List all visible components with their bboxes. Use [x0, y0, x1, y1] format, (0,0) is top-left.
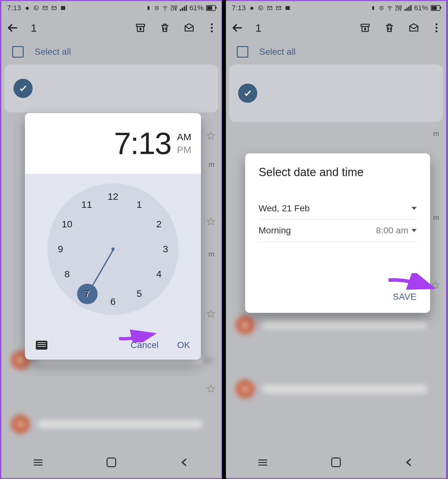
cancel-button[interactable]: Cancel: [131, 340, 158, 350]
clock-3[interactable]: 3: [158, 241, 173, 257]
clock-11[interactable]: 11: [79, 197, 94, 212]
clock-1[interactable]: 1: [132, 197, 147, 212]
system-nav-bar: [226, 451, 446, 474]
star-icon: [431, 280, 440, 290]
image-icon: [285, 5, 291, 11]
star-icon: [206, 131, 216, 141]
clock-8[interactable]: 8: [60, 266, 75, 282]
home-button[interactable]: [106, 457, 117, 468]
clock-7[interactable]: 7: [79, 286, 94, 301]
am-toggle[interactable]: AM: [177, 132, 191, 142]
time-value: 8:00 am: [376, 225, 408, 236]
nav-back-button[interactable]: [179, 457, 190, 468]
blurred-row: [1, 383, 221, 402]
whatsapp-icon: [33, 5, 39, 11]
mark-read-icon[interactable]: [184, 22, 195, 33]
alarm-icon: [154, 5, 160, 11]
back-arrow-icon[interactable]: [7, 22, 19, 34]
svg-point-0: [34, 6, 38, 10]
volte-indicator: Vo))LTE: [171, 5, 177, 11]
email-row-n[interactable]: N: [226, 367, 446, 411]
home-button[interactable]: [330, 457, 342, 468]
time-slot: Morning: [259, 225, 291, 236]
gmail-m-icon-2: [276, 5, 282, 11]
signal-icon: [404, 5, 412, 11]
status-time: 7:13: [7, 4, 21, 12]
select-all-label: Select all: [35, 47, 71, 57]
notification-bubble-icon: ●: [249, 5, 255, 11]
time-picker-dialog: 7:13 AM PM 7 12 1 2 3 4 5 6: [25, 113, 201, 360]
selected-email-row[interactable]: [4, 64, 218, 112]
date-value: Wed, 21 Feb: [259, 203, 310, 214]
selected-check-avatar: [13, 79, 33, 98]
selection-toolbar: 1: [226, 15, 446, 41]
mark-read-icon[interactable]: [408, 22, 419, 33]
save-button[interactable]: SAVE: [393, 292, 417, 302]
status-bar: 7:13 ● Vo))LTE 61%: [1, 1, 221, 15]
clock-12[interactable]: 12: [105, 189, 121, 204]
gmail-m-icon: [42, 5, 48, 11]
alarm-icon: [379, 5, 384, 11]
battery-percent: 61%: [189, 4, 204, 12]
star-icon: [206, 384, 216, 394]
ok-button[interactable]: OK: [177, 340, 190, 350]
trash-icon[interactable]: [159, 22, 170, 33]
clock-face[interactable]: 7 12 1 2 3 4 5 6 7 8 9 10 11: [47, 183, 179, 315]
email-row-n[interactable]: N: [1, 402, 221, 447]
selected-email-row[interactable]: [229, 64, 443, 122]
select-all-checkbox[interactable]: [12, 46, 24, 58]
back-arrow-icon[interactable]: [232, 22, 244, 34]
avatar-n: N: [236, 379, 255, 399]
whatsapp-icon: [258, 5, 264, 11]
svg-rect-5: [136, 24, 145, 27]
minute-value[interactable]: 13: [138, 126, 171, 161]
more-menu-icon[interactable]: [433, 23, 440, 32]
date-row[interactable]: Wed, 21 Feb: [259, 198, 417, 220]
gmail-m-icon-2: [51, 5, 57, 11]
clock-10[interactable]: 10: [60, 216, 75, 232]
select-all-row[interactable]: Select all: [226, 41, 446, 63]
more-menu-icon[interactable]: [208, 23, 216, 32]
select-date-time-dialog: Select date and time Wed, 21 Feb Morning…: [245, 153, 430, 313]
svg-rect-11: [361, 24, 369, 27]
clock-9[interactable]: 9: [53, 241, 68, 257]
select-all-checkbox[interactable]: [237, 46, 248, 58]
svg-rect-1: [61, 6, 65, 10]
row-m: m: [433, 130, 439, 138]
status-bar: 7:13 ● Vo))LTE 61%: [226, 1, 446, 15]
row-m: m: [209, 250, 214, 258]
row-m: m: [433, 214, 439, 222]
signal-icon: [180, 5, 187, 11]
system-nav-bar: [1, 451, 221, 474]
battery-icon: [206, 5, 216, 11]
archive-icon[interactable]: [360, 22, 371, 33]
clock-5[interactable]: 5: [132, 286, 147, 301]
row-pm: pm: [203, 356, 213, 364]
clock-2[interactable]: 2: [151, 216, 167, 232]
phone-screenshot-left: 7:13 ● Vo))LTE 61% 1: [1, 1, 221, 478]
battery-percent: 61%: [414, 4, 428, 12]
svg-point-10: [390, 10, 390, 10]
archive-icon[interactable]: [135, 22, 146, 33]
clock-6[interactable]: 6: [105, 294, 121, 309]
status-time: 7:13: [232, 4, 246, 12]
nav-back-button[interactable]: [404, 457, 415, 468]
avatar-n: N: [11, 415, 30, 434]
keyboard-input-icon[interactable]: [36, 341, 47, 350]
wifi-icon: [387, 5, 393, 11]
avatar-b: B: [236, 315, 255, 335]
star-icon: [206, 217, 216, 226]
hour-value[interactable]: 7: [114, 126, 130, 161]
selection-count: 1: [31, 22, 133, 34]
pm-toggle[interactable]: PM: [177, 144, 191, 155]
time-row[interactable]: Morning 8:00 am: [259, 220, 417, 242]
recents-button[interactable]: [257, 457, 268, 468]
recents-button[interactable]: [32, 457, 44, 468]
volte-indicator: Vo))LTE: [395, 5, 402, 11]
svg-rect-2: [148, 6, 149, 10]
battery-icon: [431, 5, 440, 11]
clock-4[interactable]: 4: [151, 266, 167, 282]
selection-toolbar: 1: [1, 15, 221, 41]
trash-icon[interactable]: [384, 22, 395, 33]
select-all-row[interactable]: Select all: [1, 41, 221, 63]
